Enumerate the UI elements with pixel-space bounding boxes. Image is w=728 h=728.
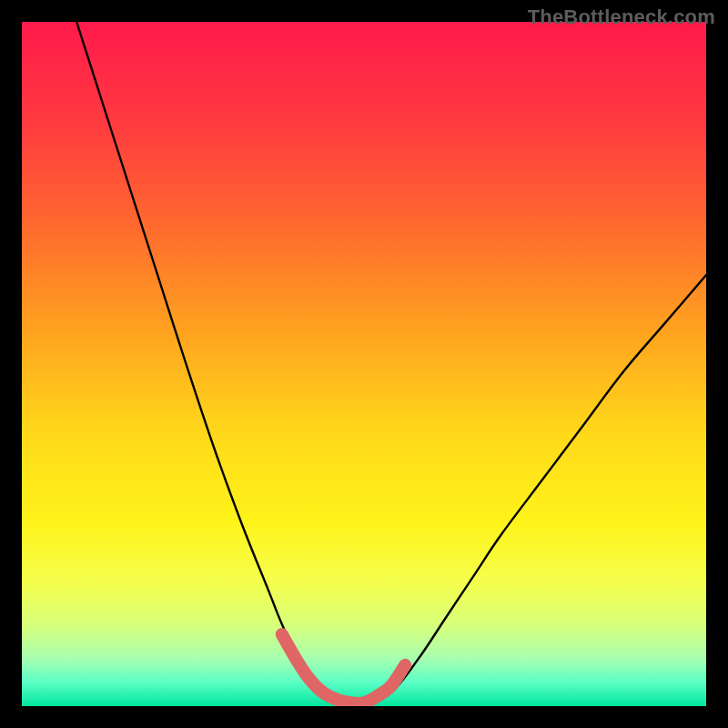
bottleneck-chart xyxy=(22,22,706,706)
chart-frame: TheBottleneck.com xyxy=(0,0,728,728)
watermark-text: TheBottleneck.com xyxy=(528,5,715,29)
gradient-background xyxy=(22,22,706,706)
